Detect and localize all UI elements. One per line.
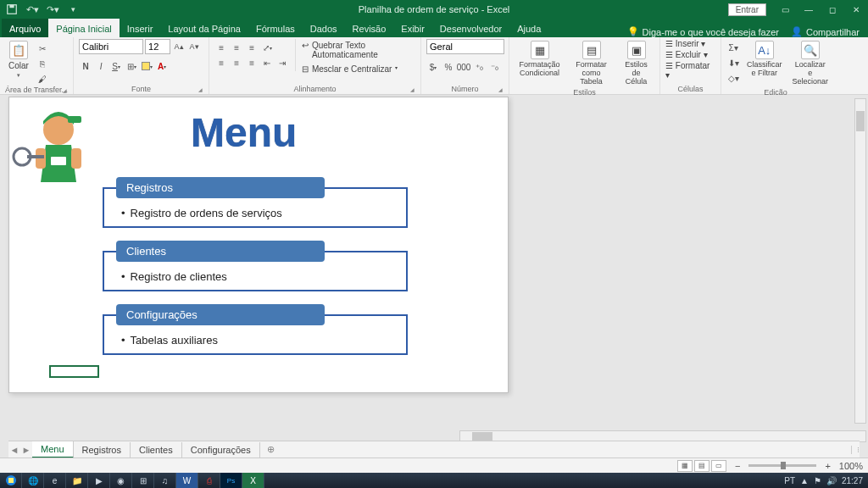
taskbar-excel-icon[interactable]: X <box>242 473 264 488</box>
paste-button[interactable]: 📋 Colar ▾ <box>5 39 32 80</box>
font-size-select[interactable] <box>145 39 170 54</box>
tab-review[interactable]: Revisão <box>345 19 394 37</box>
font-name-select[interactable] <box>79 39 143 54</box>
zoom-in-button[interactable]: + <box>825 461 830 471</box>
fill-icon[interactable]: ⬇▾ <box>726 56 740 69</box>
increase-decimal-icon[interactable]: ⁺₀ <box>472 60 486 74</box>
comma-format-icon[interactable]: 000 <box>457 60 470 74</box>
autosum-icon[interactable]: Σ▾ <box>726 41 740 54</box>
undo-icon[interactable]: ↶▾ <box>25 3 39 16</box>
wrap-text-button[interactable]: ↩ Quebrar Texto Automaticamente <box>302 41 415 59</box>
maximize-button[interactable]: ◻ <box>821 0 844 19</box>
taskbar-app2-icon[interactable]: ◉ <box>110 473 132 488</box>
number-format-select[interactable] <box>426 39 504 54</box>
sheet-tab-menu[interactable]: Menu <box>32 441 74 458</box>
cut-icon[interactable]: ✂ <box>36 42 49 55</box>
tab-insert[interactable]: Inserir <box>120 19 161 37</box>
format-cells-button[interactable]: ☰ Formatar ▾ <box>665 61 715 80</box>
tell-me-search[interactable]: 💡 Diga-me o que você deseja fazer <box>627 26 779 37</box>
taskbar-app4-icon[interactable]: ♫ <box>154 473 176 488</box>
sheet-tab-config[interactable]: Configurações <box>182 442 260 458</box>
signin-button[interactable]: Entrar <box>728 3 766 16</box>
tray-volume-icon[interactable]: 🔊 <box>826 476 837 485</box>
align-left-icon[interactable]: ≡ <box>214 56 228 69</box>
align-right-icon[interactable]: ≡ <box>245 56 259 69</box>
cell-styles-button[interactable]: ▣ Estilos de Célula <box>618 39 654 88</box>
sheet-nav-right-icon[interactable]: ► <box>20 444 32 456</box>
tray-network-icon[interactable]: ▲ <box>800 476 809 485</box>
vertical-scrollbar[interactable] <box>854 98 866 424</box>
taskbar-ps-icon[interactable]: Ps <box>220 473 242 488</box>
section-header-registros[interactable]: Registros <box>116 177 325 198</box>
copy-icon[interactable]: ⎘ <box>36 57 49 70</box>
find-select-button[interactable]: 🔍 Localizar e Selecionar <box>789 39 832 88</box>
decrease-decimal-icon[interactable]: ⁻₀ <box>487 60 501 74</box>
tab-home[interactable]: Página Inicial <box>48 19 119 37</box>
taskbar-word-icon[interactable]: W <box>176 473 198 488</box>
taskbar-app1-icon[interactable]: ▶ <box>88 473 110 488</box>
save-icon[interactable] <box>5 3 19 16</box>
sort-filter-button[interactable]: A↓ Classificar e Filtrar <box>743 39 786 80</box>
decrease-font-icon[interactable]: A▾ <box>187 40 201 53</box>
conditional-format-button[interactable]: ▦ Formatação Condicional <box>515 39 565 80</box>
merge-center-button[interactable]: ⊟ Mesclar e Centralizar ▾ <box>302 64 415 74</box>
redo-icon[interactable]: ↷▾ <box>46 3 59 16</box>
sheet-nav-left-icon[interactable]: ◄ <box>8 444 20 456</box>
increase-indent-icon[interactable]: ⇥ <box>275 56 289 69</box>
new-sheet-button[interactable]: ⊕ <box>260 444 281 455</box>
tray-clock[interactable]: 21:27 <box>842 476 863 485</box>
tab-file[interactable]: Arquivo <box>2 19 48 37</box>
qat-customize-icon[interactable]: ▾ <box>66 3 80 16</box>
sheet-tab-clientes[interactable]: Clientes <box>131 442 182 458</box>
font-color-button[interactable]: A▾ <box>155 59 169 73</box>
underline-button[interactable]: S▾ <box>109 59 123 73</box>
taskbar-app3-icon[interactable]: ⊞ <box>132 473 154 488</box>
orientation-icon[interactable]: ⤢▾ <box>260 41 274 54</box>
insert-cells-button[interactable]: ☰ Inserir ▾ <box>665 39 705 48</box>
taskbar-ie-icon[interactable]: e <box>44 473 66 488</box>
decrease-indent-icon[interactable]: ⇤ <box>260 56 274 69</box>
close-button[interactable]: ✕ <box>844 0 868 19</box>
section-header-config[interactable]: Configurações <box>116 304 325 325</box>
start-button[interactable] <box>0 473 22 488</box>
align-top-icon[interactable]: ≡ <box>214 41 228 54</box>
format-painter-icon[interactable]: 🖌 <box>36 72 49 86</box>
worksheet-area[interactable]: Menu Registros Registro de ordens de ser… <box>0 95 868 446</box>
tray-flag-icon[interactable]: ⚑ <box>814 476 821 485</box>
tab-layout[interactable]: Layout da Página <box>160 19 248 37</box>
delete-cells-button[interactable]: ☰ Excluir ▾ <box>665 50 708 59</box>
format-as-table-button[interactable]: ▤ Formatar como Tabela <box>568 39 615 88</box>
minimize-button[interactable]: — <box>797 0 821 19</box>
percent-format-icon[interactable]: % <box>442 60 455 74</box>
section-header-clientes[interactable]: Clientes <box>116 241 325 262</box>
zoom-level[interactable]: 100% <box>839 461 863 471</box>
zoom-out-button[interactable]: − <box>735 461 740 471</box>
zoom-slider[interactable] <box>748 464 816 467</box>
worksheet-canvas[interactable]: Menu Registros Registro de ordens de ser… <box>8 97 509 393</box>
tray-lang[interactable]: PT <box>784 476 795 485</box>
taskbar-explorer-icon[interactable]: 📁 <box>66 473 88 488</box>
view-page-layout-icon[interactable]: ▤ <box>694 460 709 472</box>
tab-data[interactable]: Dados <box>303 19 345 37</box>
italic-button[interactable]: I <box>94 59 108 73</box>
align-bottom-icon[interactable]: ≡ <box>245 41 259 54</box>
ribbon-options-icon[interactable]: ▭ <box>773 0 797 19</box>
share-button[interactable]: 👤 Compartilhar <box>791 26 860 37</box>
tab-view[interactable]: Exibir <box>393 19 432 37</box>
view-normal-icon[interactable]: ▦ <box>677 460 693 472</box>
view-page-break-icon[interactable]: ▭ <box>711 460 726 472</box>
accounting-format-icon[interactable]: $▾ <box>426 60 440 74</box>
fill-color-button[interactable]: ▾ <box>140 59 153 73</box>
clear-icon[interactable]: ◇▾ <box>726 71 740 85</box>
tab-developer[interactable]: Desenvolvedor <box>432 19 509 37</box>
border-button[interactable]: ⊞▾ <box>125 59 138 73</box>
taskbar-chrome-icon[interactable]: 🌐 <box>22 473 44 488</box>
sheet-tab-registros[interactable]: Registros <box>74 442 131 458</box>
taskbar-pdf-icon[interactable]: ⎙ <box>198 473 220 488</box>
tab-formulas[interactable]: Fórmulas <box>248 19 303 37</box>
active-cell[interactable] <box>49 365 99 378</box>
align-center-icon[interactable]: ≡ <box>230 56 243 69</box>
tab-help[interactable]: Ajuda <box>509 19 548 37</box>
increase-font-icon[interactable]: A▴ <box>172 40 186 53</box>
bold-button[interactable]: N <box>79 59 92 73</box>
